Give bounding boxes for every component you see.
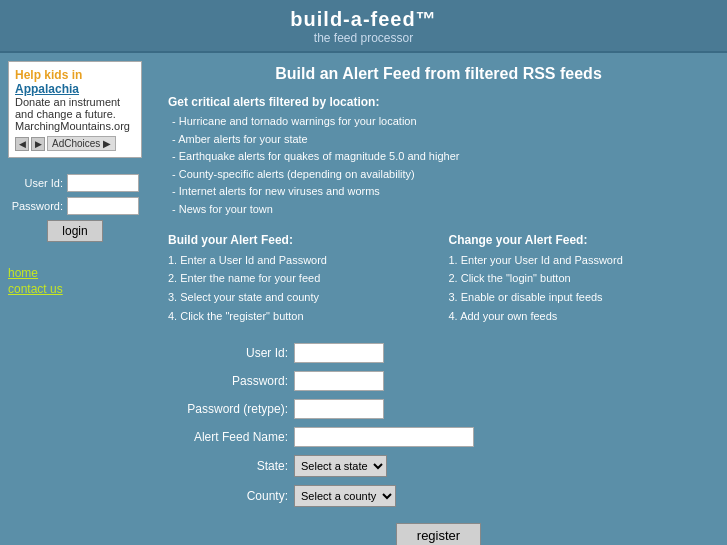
- change-step: Enter your User Id and Password: [449, 251, 710, 270]
- main-layout: Help kids in Appalachia Donate an instru…: [0, 53, 727, 545]
- ad-line3: MarchingMountains.org: [15, 120, 135, 132]
- reg-password-retype-row: Password (retype):: [168, 399, 709, 419]
- reg-feedname-label: Alert Feed Name:: [168, 430, 288, 444]
- ad-box: Help kids in Appalachia Donate an instru…: [8, 61, 142, 158]
- content-area: Build an Alert Feed from filtered RSS fe…: [150, 53, 727, 545]
- register-btn-row: register: [168, 523, 709, 545]
- register-form: User Id: Password: Password (retype): Al…: [168, 343, 709, 545]
- site-title: build-a-feed™: [0, 8, 727, 31]
- reg-password-retype-label: Password (retype):: [168, 402, 288, 416]
- reg-password-input[interactable]: [294, 371, 384, 391]
- build-steps: Enter a User Id and Password Enter the n…: [168, 251, 429, 326]
- change-steps: Enter your User Id and Password Click th…: [449, 251, 710, 326]
- change-title: Change your Alert Feed:: [449, 233, 710, 247]
- reg-county-row: County: Select a county: [168, 485, 709, 507]
- ad-line2: and change a future.: [15, 108, 135, 120]
- reg-userid-input[interactable]: [294, 343, 384, 363]
- instructions-row: Build your Alert Feed: Enter a User Id a…: [168, 233, 709, 326]
- reg-password-row: Password:: [168, 371, 709, 391]
- reg-county-select[interactable]: Select a county: [294, 485, 396, 507]
- build-step: Enter the name for your feed: [168, 269, 429, 288]
- reg-feedname-input[interactable]: [294, 427, 474, 447]
- change-col: Change your Alert Feed: Enter your User …: [449, 233, 710, 326]
- alert-item: News for your town: [172, 201, 709, 219]
- reg-password-retype-input[interactable]: [294, 399, 384, 419]
- reg-state-label: State:: [168, 459, 288, 473]
- page-heading: Build an Alert Feed from filtered RSS fe…: [168, 65, 709, 83]
- home-link[interactable]: home: [8, 266, 142, 280]
- contact-link[interactable]: contact us: [8, 282, 142, 296]
- change-step: Click the "login" button: [449, 269, 710, 288]
- site-tagline: the feed processor: [0, 31, 727, 45]
- alert-item: Hurricane and tornado warnings for your …: [172, 113, 709, 131]
- password-row: Password:: [8, 197, 142, 215]
- alert-item: County-specific alerts (depending on ava…: [172, 166, 709, 184]
- ad-choices[interactable]: ◀ ▶ AdChoices ▶: [15, 136, 135, 151]
- alerts-section: Get critical alerts filtered by location…: [168, 95, 709, 219]
- reg-state-select[interactable]: Select a state Alabama Alaska Arizona Ca…: [294, 455, 387, 477]
- login-btn-row: login: [8, 220, 142, 242]
- alerts-title: Get critical alerts filtered by location…: [168, 95, 709, 109]
- ad-next-btn[interactable]: ▶: [31, 137, 45, 151]
- reg-password-label: Password:: [168, 374, 288, 388]
- change-step: Add your own feeds: [449, 307, 710, 326]
- ad-prev-btn[interactable]: ◀: [15, 137, 29, 151]
- build-title: Build your Alert Feed:: [168, 233, 429, 247]
- page-header: build-a-feed™ the feed processor: [0, 0, 727, 53]
- userid-input[interactable]: [67, 174, 139, 192]
- login-button[interactable]: login: [47, 220, 102, 242]
- adchoices-label[interactable]: AdChoices ▶: [47, 136, 116, 151]
- sidebar: Help kids in Appalachia Donate an instru…: [0, 53, 150, 545]
- build-step: Enter a User Id and Password: [168, 251, 429, 270]
- userid-label: User Id:: [8, 177, 63, 189]
- reg-userid-row: User Id:: [168, 343, 709, 363]
- build-col: Build your Alert Feed: Enter a User Id a…: [168, 233, 429, 326]
- build-step: Select your state and county: [168, 288, 429, 307]
- login-box: User Id: Password: login: [8, 174, 142, 242]
- alerts-list: Hurricane and tornado warnings for your …: [168, 113, 709, 219]
- ad-title: Help kids in Appalachia: [15, 68, 135, 96]
- change-step: Enable or disable input feeds: [449, 288, 710, 307]
- password-label: Password:: [8, 200, 63, 212]
- alert-item: Amber alerts for your state: [172, 131, 709, 149]
- alert-item: Earthquake alerts for quakes of magnitud…: [172, 148, 709, 166]
- build-step: Click the "register" button: [168, 307, 429, 326]
- ad-line1: Donate an instrument: [15, 96, 135, 108]
- userid-row: User Id:: [8, 174, 142, 192]
- reg-feedname-row: Alert Feed Name:: [168, 427, 709, 447]
- register-button[interactable]: register: [396, 523, 481, 545]
- password-input[interactable]: [67, 197, 139, 215]
- sidebar-links: home contact us: [8, 266, 142, 296]
- reg-county-label: County:: [168, 489, 288, 503]
- reg-state-row: State: Select a state Alabama Alaska Ari…: [168, 455, 709, 477]
- alert-item: Internet alerts for new viruses and worm…: [172, 183, 709, 201]
- ad-link[interactable]: Appalachia: [15, 82, 79, 96]
- reg-userid-label: User Id:: [168, 346, 288, 360]
